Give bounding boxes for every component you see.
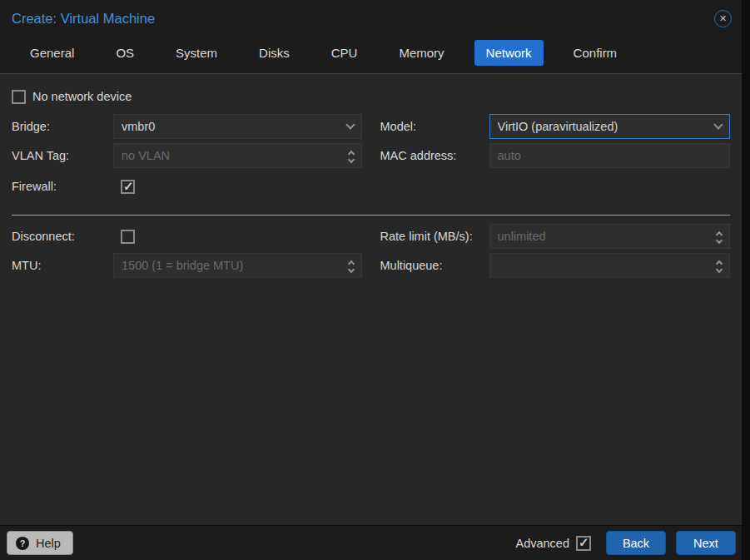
- mac-field: [489, 143, 731, 168]
- model-input[interactable]: [489, 114, 731, 139]
- help-button[interactable]: ? Help: [7, 531, 73, 555]
- mac-label: MAC address:: [380, 149, 489, 162]
- disconnect-checkbox[interactable]: [121, 230, 135, 244]
- next-button[interactable]: Next: [676, 531, 736, 555]
- tab-os[interactable]: OS: [104, 40, 146, 66]
- vlan-label: VLAN Tag:: [12, 149, 113, 162]
- no-network-device-label: No network device: [32, 90, 132, 103]
- mtu-label: MTU:: [12, 259, 113, 272]
- spinner-up-down-icon[interactable]: [349, 253, 354, 278]
- vlan-field-group: VLAN Tag:: [12, 143, 362, 168]
- bridge-label: Bridge:: [12, 120, 113, 133]
- spinner-up-down-icon[interactable]: [717, 224, 722, 249]
- bridge-combo: [113, 114, 362, 139]
- titlebar: Create: Virtual Machine ✕: [0, 0, 742, 37]
- dialog-header: Create: Virtual Machine ✕ General OS Sys…: [0, 0, 742, 74]
- firewall-checkbox[interactable]: [121, 180, 135, 194]
- advanced-section-divider: [12, 215, 730, 216]
- multiqueue-label: Multiqueue:: [380, 259, 489, 272]
- dialog-footer: ? Help Advanced Back Next: [0, 525, 742, 560]
- bridge-field-group: Bridge:: [12, 114, 362, 139]
- rate-limit-spinner-field: [489, 224, 731, 249]
- firewall-row: Firewall:: [12, 174, 730, 199]
- tab-system[interactable]: System: [164, 40, 229, 66]
- tab-confirm[interactable]: Confirm: [562, 40, 629, 66]
- mtu-field-group: MTU:: [12, 253, 362, 278]
- mtu-input[interactable]: [113, 253, 362, 278]
- tab-cpu[interactable]: CPU: [320, 40, 370, 66]
- advanced-checkbox[interactable]: [576, 536, 591, 551]
- multiqueue-input[interactable]: [489, 253, 731, 278]
- advanced-label: Advanced: [516, 537, 570, 550]
- chevron-down-icon[interactable]: [715, 114, 722, 139]
- tab-general[interactable]: General: [18, 40, 86, 66]
- bridge-input[interactable]: [113, 114, 362, 139]
- rate-limit-input[interactable]: [489, 224, 731, 249]
- mac-input[interactable]: [489, 143, 731, 168]
- vlan-input[interactable]: [113, 143, 362, 168]
- disconnect-label: Disconnect:: [12, 230, 113, 243]
- create-vm-dialog: Create: Virtual Machine ✕ General OS Sys…: [0, 0, 742, 560]
- rate-limit-field-group: Rate limit (MB/s):: [380, 224, 731, 249]
- no-network-device-row: No network device: [12, 88, 730, 105]
- dialog-title: Create: Virtual Machine: [12, 11, 714, 27]
- model-field-group: Model:: [380, 114, 731, 139]
- question-mark-icon: ?: [16, 537, 29, 550]
- tab-bar: General OS System Disks CPU Memory Netwo…: [0, 37, 742, 73]
- mac-field-group: MAC address:: [380, 143, 731, 168]
- no-network-device-checkbox[interactable]: [12, 90, 26, 104]
- spinner-up-down-icon[interactable]: [349, 143, 354, 168]
- multiqueue-spinner-field: [489, 253, 731, 278]
- mtu-spinner-field: [113, 253, 362, 278]
- rate-limit-label: Rate limit (MB/s):: [380, 230, 489, 243]
- multiqueue-field-group: Multiqueue:: [380, 253, 731, 278]
- model-label: Model:: [380, 120, 489, 133]
- tab-disks[interactable]: Disks: [247, 40, 301, 66]
- tab-memory[interactable]: Memory: [387, 40, 455, 66]
- firewall-label: Firewall:: [12, 180, 113, 193]
- spinner-up-down-icon[interactable]: [717, 253, 722, 278]
- help-button-label: Help: [36, 537, 61, 550]
- vlan-spinner-field: [113, 143, 362, 168]
- disconnect-field-group: Disconnect:: [12, 224, 362, 249]
- chevron-down-icon[interactable]: [347, 114, 354, 139]
- model-combo: [489, 114, 731, 139]
- network-form: No network device Bridge: Model: VLAN T: [0, 74, 742, 525]
- tab-network[interactable]: Network: [474, 40, 544, 66]
- close-icon[interactable]: ✕: [714, 10, 732, 27]
- back-button[interactable]: Back: [606, 531, 666, 555]
